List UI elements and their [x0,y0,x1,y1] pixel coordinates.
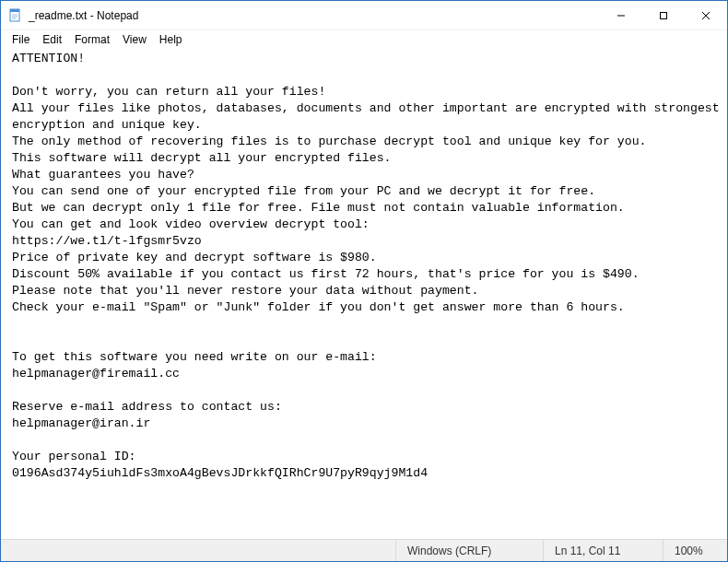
status-spacer [1,540,395,561]
menu-edit[interactable]: Edit [37,32,67,47]
minimize-button[interactable] [600,1,642,30]
maximize-button[interactable] [642,1,685,30]
menu-file[interactable]: File [6,32,35,47]
close-button[interactable] [685,1,727,30]
status-line-ending: Windows (CRLF) [395,540,543,561]
menubar: File Edit Format View Help [1,30,727,49]
text-editor[interactable]: ATTENTION! Don't worry, you can return a… [1,49,727,539]
menu-format[interactable]: Format [69,32,115,47]
menu-view[interactable]: View [117,32,152,47]
status-cursor: Ln 11, Col 11 [543,540,663,561]
window-title: _readme.txt - Notepad [29,9,138,22]
notepad-window: _readme.txt - Notepad File Edit Format V… [0,0,728,562]
titlebar: _readme.txt - Notepad [1,1,727,30]
statusbar: Windows (CRLF) Ln 11, Col 11 100% [1,539,727,561]
menu-help[interactable]: Help [154,32,188,47]
notepad-icon [8,8,23,23]
svg-rect-1 [10,9,19,12]
svg-rect-6 [661,12,667,18]
status-zoom: 100% [663,540,727,561]
